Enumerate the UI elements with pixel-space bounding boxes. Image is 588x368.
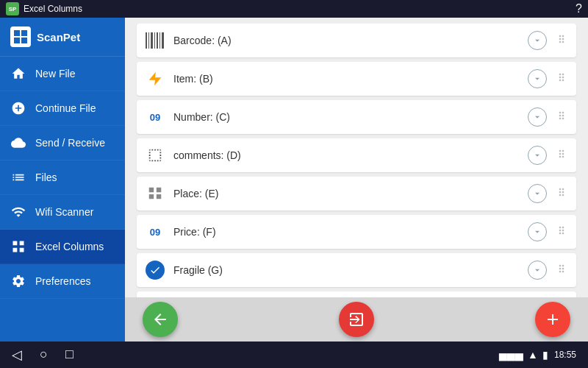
status-time: 18:55 (554, 350, 576, 360)
item-icon (146, 69, 165, 88)
expand-button[interactable] (528, 31, 547, 50)
drag-handle-icon[interactable] (556, 224, 567, 239)
expand-button[interactable] (528, 222, 547, 241)
recents-nav-icon[interactable]: □ (65, 347, 74, 363)
svg-rect-9 (159, 32, 160, 49)
sidebar-item-preferences[interactable]: Preferences (0, 264, 125, 299)
list-item[interactable]: comments: (D) (137, 138, 576, 172)
svg-rect-3 (21, 38, 27, 43)
drag-handle-icon[interactable] (556, 71, 567, 86)
drag-handle-icon[interactable] (556, 110, 567, 124)
svg-rect-10 (162, 32, 164, 49)
expand-button[interactable] (528, 107, 547, 127)
status-icons: ▅▅▅ ▲ ▮ (499, 349, 548, 361)
list-item[interactable]: Photo: (H) (137, 291, 576, 297)
expand-button[interactable] (528, 261, 547, 280)
home-nav-icon[interactable]: ○ (40, 347, 48, 363)
column-label: Price: (F) (173, 226, 519, 238)
list-item[interactable]: 09 Number: (C) (137, 100, 576, 134)
svg-rect-7 (154, 32, 155, 49)
svg-marker-11 (149, 72, 162, 85)
status-bar: ▅▅▅ ▲ ▮ 18:55 (499, 349, 576, 361)
app-bar: SP Excel Columns ? (0, 0, 588, 18)
drag-handle-icon[interactable] (556, 263, 567, 277)
column-label: Place: (E) (173, 188, 519, 199)
drag-handle-icon[interactable] (556, 186, 567, 201)
content-area: Barcode: (A) Item: (B) (125, 18, 588, 342)
sidebar-item-continue-file[interactable]: Continue File (0, 91, 125, 126)
help-icon[interactable]: ? (576, 2, 582, 15)
wifi-status-icon: ▲ (528, 349, 538, 361)
main-layout: ScanPet New File Continue File Send / Re… (0, 18, 588, 342)
sidebar-excel-label: Excel Columns (35, 241, 104, 252)
list-item[interactable]: Place: (E) (137, 177, 576, 210)
price-icon: 09 (146, 222, 165, 241)
list-item[interactable]: Barcode: (A) (137, 24, 576, 57)
sidebar-send-label: Send / Receive (35, 137, 105, 149)
sidebar-item-files[interactable]: Files (0, 160, 125, 195)
app-icon: SP (6, 2, 19, 15)
place-icon (146, 184, 165, 203)
svg-rect-6 (151, 32, 153, 49)
wifi-icon (10, 204, 26, 220)
drag-handle-icon[interactable] (556, 148, 567, 163)
svg-rect-1 (21, 30, 27, 36)
drag-handle-icon[interactable] (556, 33, 567, 48)
column-label: Item: (B) (173, 73, 519, 85)
barcode-icon (146, 31, 165, 50)
bottom-action-bar (125, 297, 588, 342)
expand-button[interactable] (528, 69, 547, 88)
sidebar-item-new-file[interactable]: New File (0, 57, 125, 91)
continue-icon (10, 100, 26, 116)
files-icon (10, 169, 26, 185)
sidebar-logo-label: ScanPet (37, 31, 80, 43)
svg-rect-8 (157, 32, 158, 49)
column-list: Barcode: (A) Item: (B) (125, 18, 588, 297)
list-item[interactable]: Item: (B) (137, 62, 576, 96)
column-label: comments: (D) (173, 149, 519, 161)
column-label: Barcode: (A) (173, 35, 519, 46)
logo-icon (10, 26, 31, 47)
column-label: Number: (C) (173, 111, 519, 123)
fragile-icon (146, 261, 165, 280)
sidebar-new-file-label: New File (35, 68, 75, 79)
list-item[interactable]: Fragile (G) (137, 253, 576, 287)
excel-icon (10, 238, 26, 255)
back-nav-icon[interactable]: ◁ (12, 347, 22, 363)
expand-button[interactable] (528, 146, 547, 165)
sidebar-prefs-label: Preferences (35, 275, 90, 287)
number-icon: 09 (146, 107, 165, 127)
svg-rect-5 (148, 32, 149, 49)
svg-rect-2 (14, 38, 20, 43)
nav-icons: ◁ ○ □ (12, 347, 74, 363)
sidebar-files-label: Files (35, 171, 57, 183)
column-label: Fragile (G) (173, 264, 519, 276)
svg-rect-0 (14, 30, 20, 36)
gear-icon (10, 273, 26, 289)
android-nav-bar: ◁ ○ □ ▅▅▅ ▲ ▮ 18:55 (0, 342, 588, 368)
app-title-text: Excel Columns (24, 4, 82, 14)
sidebar-item-excel-columns[interactable]: Excel Columns (0, 230, 125, 264)
sidebar-logo: ScanPet (0, 18, 125, 57)
sidebar-item-send-receive[interactable]: Send / Receive (0, 126, 125, 160)
list-item[interactable]: 09 Price: (F) (137, 215, 576, 249)
home-icon (10, 66, 26, 82)
expand-button[interactable] (528, 184, 547, 203)
sidebar-continue-label: Continue File (35, 102, 96, 114)
battery-icon: ▮ (542, 349, 548, 361)
add-button[interactable] (535, 302, 570, 337)
signal-icon: ▅▅▅ (499, 349, 523, 361)
comments-icon (146, 146, 165, 165)
sidebar-wifi-label: Wifi Scanner (35, 206, 93, 218)
logout-button[interactable] (339, 302, 374, 337)
cloud-icon (10, 135, 26, 151)
sidebar-item-wifi-scanner[interactable]: Wifi Scanner (0, 195, 125, 230)
sidebar: ScanPet New File Continue File Send / Re… (0, 18, 125, 342)
app-title-area: SP Excel Columns (6, 2, 82, 15)
svg-rect-4 (146, 32, 147, 49)
back-button[interactable] (143, 302, 178, 337)
